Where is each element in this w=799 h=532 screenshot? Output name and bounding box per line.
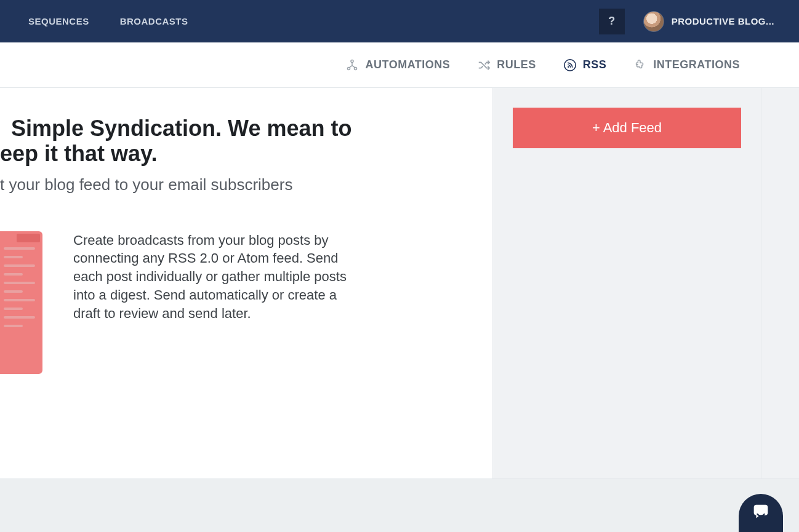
tab-label: RULES (497, 58, 536, 71)
svg-point-4 (568, 66, 569, 67)
top-nav: SEQUENCES BROADCASTS (28, 16, 188, 26)
svg-point-1 (348, 67, 350, 69)
svg-point-3 (564, 59, 576, 70)
avatar (643, 11, 664, 32)
account-name: PRODUCTIVE BLOG... (672, 16, 774, 26)
page-description: Create broadcasts from your blog posts b… (73, 231, 363, 322)
page-subtitle: t your blog feed to your email subscribe… (0, 175, 492, 194)
tab-rules[interactable]: RULES (477, 58, 536, 72)
puzzle-icon (633, 58, 647, 72)
rss-icon (563, 58, 577, 72)
tab-label: RSS (583, 58, 607, 71)
tab-rss[interactable]: RSS (563, 58, 607, 72)
body-row: Create broadcasts from your blog posts b… (0, 231, 492, 374)
svg-point-0 (351, 60, 353, 62)
page-title-line2: eep it that way. (0, 141, 492, 166)
nav-sequences[interactable]: SEQUENCES (28, 16, 89, 26)
footer (0, 478, 799, 532)
tab-automations[interactable]: AUTOMATIONS (345, 58, 450, 72)
content-area: Simple Syndication. We mean to eep it th… (0, 88, 492, 478)
top-navbar: SEQUENCES BROADCASTS ? PRODUCTIVE BLOG..… (0, 0, 799, 42)
nav-broadcasts[interactable]: BROADCASTS (120, 16, 188, 26)
top-right: ? PRODUCTIVE BLOG... (599, 9, 774, 34)
illustration-thumbnail (0, 231, 42, 374)
shuffle-icon (477, 58, 491, 72)
account-menu[interactable]: PRODUCTIVE BLOG... (643, 11, 774, 32)
sub-navbar: AUTOMATIONS RULES RSS INTEGRATIONS (0, 42, 799, 88)
tab-integrations[interactable]: INTEGRATIONS (633, 58, 740, 72)
main: Simple Syndication. We mean to eep it th… (0, 88, 799, 478)
tab-label: INTEGRATIONS (653, 58, 740, 71)
help-button[interactable]: ? (599, 9, 625, 34)
svg-point-2 (355, 67, 357, 69)
chat-launcher[interactable] (739, 494, 783, 532)
add-feed-button[interactable]: + Add Feed (513, 108, 741, 148)
tab-label: AUTOMATIONS (365, 58, 450, 71)
chat-icon (750, 501, 771, 525)
page-title-line1: Simple Syndication. We mean to (11, 116, 492, 141)
automation-icon (345, 58, 359, 72)
sidebar: + Add Feed (492, 88, 761, 478)
right-gutter (761, 88, 799, 478)
